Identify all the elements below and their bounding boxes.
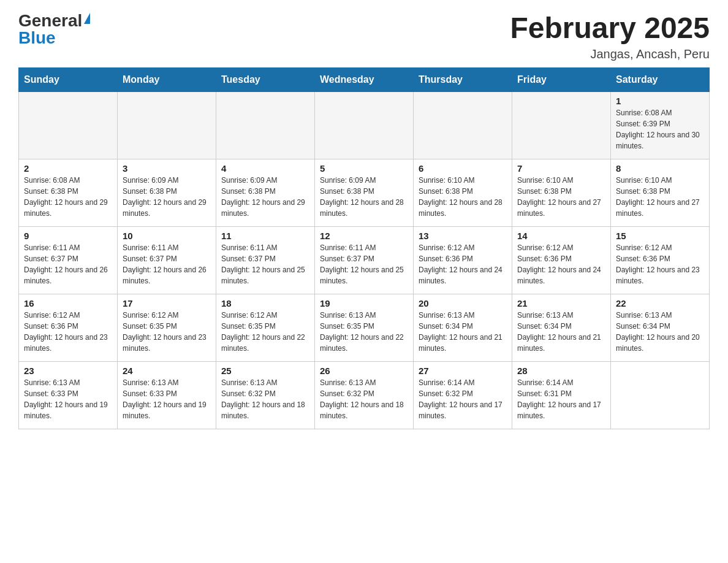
- page-title: February 2025: [510, 12, 710, 45]
- day-number: 8: [616, 163, 704, 174]
- calendar-body: 1Sunrise: 6:08 AM Sunset: 6:39 PM Daylig…: [19, 91, 710, 429]
- day-number: 19: [320, 298, 408, 308]
- calendar-cell: 17Sunrise: 6:12 AM Sunset: 6:35 PM Dayli…: [118, 294, 216, 361]
- calendar-cell: 7Sunrise: 6:10 AM Sunset: 6:38 PM Daylig…: [512, 159, 611, 226]
- day-number: 13: [419, 231, 507, 241]
- calendar-cell: 13Sunrise: 6:12 AM Sunset: 6:36 PM Dayli…: [414, 226, 512, 294]
- calendar-cell: 27Sunrise: 6:14 AM Sunset: 6:32 PM Dayli…: [414, 361, 512, 429]
- calendar-cell: 8Sunrise: 6:10 AM Sunset: 6:38 PM Daylig…: [611, 159, 710, 226]
- day-info: Sunrise: 6:13 AM Sunset: 6:32 PM Dayligh…: [320, 377, 408, 421]
- calendar-week-3: 16Sunrise: 6:12 AM Sunset: 6:36 PM Dayli…: [19, 294, 710, 361]
- calendar-week-2: 9Sunrise: 6:11 AM Sunset: 6:37 PM Daylig…: [19, 226, 710, 294]
- day-number: 3: [123, 163, 211, 174]
- day-number: 27: [419, 366, 507, 376]
- day-number: 21: [517, 298, 605, 308]
- day-number: 11: [221, 231, 309, 241]
- calendar-cell: [512, 91, 611, 159]
- calendar-cell: [315, 91, 414, 159]
- day-number: 20: [419, 298, 507, 308]
- calendar-cell: 15Sunrise: 6:12 AM Sunset: 6:36 PM Dayli…: [611, 226, 710, 294]
- day-info: Sunrise: 6:14 AM Sunset: 6:32 PM Dayligh…: [419, 377, 507, 421]
- day-number: 15: [616, 231, 704, 241]
- day-info: Sunrise: 6:13 AM Sunset: 6:34 PM Dayligh…: [616, 310, 704, 354]
- day-info: Sunrise: 6:12 AM Sunset: 6:35 PM Dayligh…: [221, 310, 309, 354]
- calendar-week-1: 2Sunrise: 6:08 AM Sunset: 6:38 PM Daylig…: [19, 159, 710, 226]
- calendar-header: Sunday Monday Tuesday Wednesday Thursday…: [19, 67, 710, 91]
- day-number: 10: [123, 231, 211, 241]
- day-info: Sunrise: 6:10 AM Sunset: 6:38 PM Dayligh…: [616, 175, 704, 219]
- day-info: Sunrise: 6:10 AM Sunset: 6:38 PM Dayligh…: [517, 175, 605, 219]
- day-number: 16: [24, 298, 112, 308]
- day-info: Sunrise: 6:09 AM Sunset: 6:38 PM Dayligh…: [123, 175, 211, 219]
- calendar-cell: 14Sunrise: 6:12 AM Sunset: 6:36 PM Dayli…: [512, 226, 611, 294]
- day-number: 24: [123, 366, 211, 376]
- day-info: Sunrise: 6:08 AM Sunset: 6:39 PM Dayligh…: [616, 107, 704, 151]
- header-saturday: Saturday: [611, 67, 710, 91]
- header-sunday: Sunday: [19, 67, 118, 91]
- day-info: Sunrise: 6:13 AM Sunset: 6:33 PM Dayligh…: [123, 377, 211, 421]
- calendar-cell: 20Sunrise: 6:13 AM Sunset: 6:34 PM Dayli…: [414, 294, 512, 361]
- day-number: 23: [24, 366, 112, 376]
- calendar-cell: 4Sunrise: 6:09 AM Sunset: 6:38 PM Daylig…: [216, 159, 315, 226]
- day-info: Sunrise: 6:13 AM Sunset: 6:35 PM Dayligh…: [320, 310, 408, 354]
- calendar-week-0: 1Sunrise: 6:08 AM Sunset: 6:39 PM Daylig…: [19, 91, 710, 159]
- day-info: Sunrise: 6:13 AM Sunset: 6:33 PM Dayligh…: [24, 377, 112, 421]
- day-number: 14: [517, 231, 605, 241]
- day-number: 4: [221, 163, 309, 174]
- day-number: 17: [123, 298, 211, 308]
- day-info: Sunrise: 6:08 AM Sunset: 6:38 PM Dayligh…: [24, 175, 112, 219]
- calendar-cell: 24Sunrise: 6:13 AM Sunset: 6:33 PM Dayli…: [118, 361, 216, 429]
- calendar-cell: 21Sunrise: 6:13 AM Sunset: 6:34 PM Dayli…: [512, 294, 611, 361]
- day-number: 12: [320, 231, 408, 241]
- calendar-cell: 12Sunrise: 6:11 AM Sunset: 6:37 PM Dayli…: [315, 226, 414, 294]
- title-block: February 2025 Jangas, Ancash, Peru: [510, 12, 710, 61]
- header-friday: Friday: [512, 67, 611, 91]
- day-number: 2: [24, 163, 112, 174]
- day-number: 1: [616, 96, 704, 106]
- calendar-cell: 23Sunrise: 6:13 AM Sunset: 6:33 PM Dayli…: [19, 361, 118, 429]
- page-header: General Blue February 2025 Jangas, Ancas…: [18, 12, 710, 61]
- logo-blue-text: Blue: [18, 29, 56, 47]
- calendar-cell: [414, 91, 512, 159]
- header-monday: Monday: [118, 67, 216, 91]
- calendar-cell: [19, 91, 118, 159]
- calendar-cell: 26Sunrise: 6:13 AM Sunset: 6:32 PM Dayli…: [315, 361, 414, 429]
- calendar-cell: 6Sunrise: 6:10 AM Sunset: 6:38 PM Daylig…: [414, 159, 512, 226]
- day-info: Sunrise: 6:13 AM Sunset: 6:32 PM Dayligh…: [221, 377, 309, 421]
- calendar-cell: 25Sunrise: 6:13 AM Sunset: 6:32 PM Dayli…: [216, 361, 315, 429]
- header-tuesday: Tuesday: [216, 67, 315, 91]
- calendar-cell: 1Sunrise: 6:08 AM Sunset: 6:39 PM Daylig…: [611, 91, 710, 159]
- day-info: Sunrise: 6:10 AM Sunset: 6:38 PM Dayligh…: [419, 175, 507, 219]
- calendar-cell: [118, 91, 216, 159]
- calendar-table: Sunday Monday Tuesday Wednesday Thursday…: [18, 67, 710, 429]
- day-number: 25: [221, 366, 309, 376]
- day-info: Sunrise: 6:12 AM Sunset: 6:36 PM Dayligh…: [616, 242, 704, 286]
- day-info: Sunrise: 6:12 AM Sunset: 6:36 PM Dayligh…: [517, 242, 605, 286]
- header-thursday: Thursday: [414, 67, 512, 91]
- calendar-cell: [216, 91, 315, 159]
- calendar-week-4: 23Sunrise: 6:13 AM Sunset: 6:33 PM Dayli…: [19, 361, 710, 429]
- day-info: Sunrise: 6:09 AM Sunset: 6:38 PM Dayligh…: [221, 175, 309, 219]
- day-number: 7: [517, 163, 605, 174]
- calendar-cell: 2Sunrise: 6:08 AM Sunset: 6:38 PM Daylig…: [19, 159, 118, 226]
- day-info: Sunrise: 6:13 AM Sunset: 6:34 PM Dayligh…: [419, 310, 507, 354]
- logo-general-text: General: [18, 12, 82, 29]
- day-number: 28: [517, 366, 605, 376]
- day-info: Sunrise: 6:11 AM Sunset: 6:37 PM Dayligh…: [320, 242, 408, 286]
- day-info: Sunrise: 6:11 AM Sunset: 6:37 PM Dayligh…: [221, 242, 309, 286]
- calendar-cell: 5Sunrise: 6:09 AM Sunset: 6:38 PM Daylig…: [315, 159, 414, 226]
- day-number: 5: [320, 163, 408, 174]
- day-number: 18: [221, 298, 309, 308]
- day-info: Sunrise: 6:11 AM Sunset: 6:37 PM Dayligh…: [123, 242, 211, 286]
- day-info: Sunrise: 6:09 AM Sunset: 6:38 PM Dayligh…: [320, 175, 408, 219]
- day-info: Sunrise: 6:12 AM Sunset: 6:35 PM Dayligh…: [123, 310, 211, 354]
- day-info: Sunrise: 6:13 AM Sunset: 6:34 PM Dayligh…: [517, 310, 605, 354]
- calendar-cell: 19Sunrise: 6:13 AM Sunset: 6:35 PM Dayli…: [315, 294, 414, 361]
- calendar-cell: 9Sunrise: 6:11 AM Sunset: 6:37 PM Daylig…: [19, 226, 118, 294]
- calendar-cell: [611, 361, 710, 429]
- calendar-cell: 3Sunrise: 6:09 AM Sunset: 6:38 PM Daylig…: [118, 159, 216, 226]
- day-info: Sunrise: 6:14 AM Sunset: 6:31 PM Dayligh…: [517, 377, 605, 421]
- calendar-cell: 28Sunrise: 6:14 AM Sunset: 6:31 PM Dayli…: [512, 361, 611, 429]
- day-number: 26: [320, 366, 408, 376]
- day-info: Sunrise: 6:12 AM Sunset: 6:36 PM Dayligh…: [24, 310, 112, 354]
